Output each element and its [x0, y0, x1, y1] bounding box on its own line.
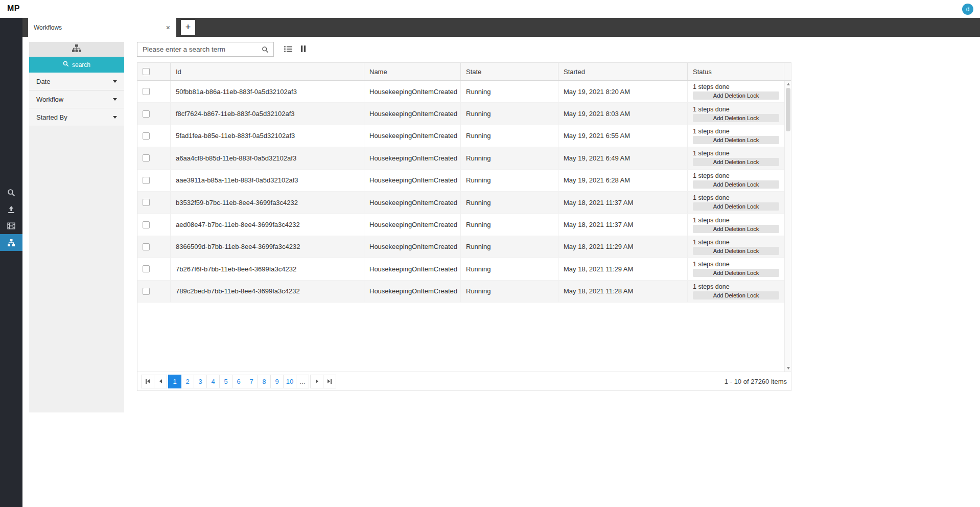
add-deletion-lock-button[interactable]: Add Deletion Lock [693, 291, 779, 299]
row-id: 8366509d-b7bb-11eb-8ee4-3699fa3c4232 [171, 236, 364, 258]
table-row[interactable]: 50fbb81a-b86a-11eb-883f-0a5d32102af3 Hou… [137, 81, 784, 103]
row-name: HousekeepingOnItemCreated [364, 192, 461, 213]
row-status-text: 1 steps done [693, 150, 779, 157]
pager-page-5[interactable]: 5 [219, 375, 232, 388]
add-deletion-lock-button[interactable]: Add Deletion Lock [693, 225, 779, 233]
table-row[interactable]: 5fad1fea-b85e-11eb-883f-0a5d32102af3 Hou… [137, 125, 784, 147]
filter-section-workflow[interactable]: Workflow [29, 90, 124, 108]
table-row[interactable]: 8366509d-b7bb-11eb-8ee4-3699fa3c4232 Hou… [137, 236, 784, 258]
add-deletion-lock-button[interactable]: Add Deletion Lock [693, 202, 779, 211]
table-row[interactable]: 789c2bed-b7bb-11eb-8ee4-3699fa3c4232 Hou… [137, 281, 784, 303]
row-status-cell: 1 steps done Add Deletion Lock [688, 81, 784, 102]
prev-page-icon [159, 379, 162, 383]
pager-page-10[interactable]: 10 [283, 375, 296, 388]
scroll-up-icon[interactable] [785, 81, 791, 87]
row-state: Running [461, 147, 558, 169]
add-deletion-lock-button[interactable]: Add Deletion Lock [693, 180, 779, 189]
select-all-checkbox[interactable] [143, 68, 150, 75]
row-checkbox[interactable] [143, 288, 150, 295]
row-checkbox[interactable] [143, 177, 150, 184]
close-icon[interactable]: × [160, 24, 176, 32]
row-state: Running [461, 192, 558, 213]
user-avatar[interactable]: d [962, 4, 973, 15]
pager-page-4[interactable]: 4 [206, 375, 220, 388]
row-checkbox[interactable] [143, 265, 150, 272]
pager-prev-button[interactable] [154, 375, 167, 388]
pager-next-button[interactable] [310, 375, 323, 388]
pager-page-6[interactable]: 6 [232, 375, 245, 388]
filter-section-label: Workflow [36, 96, 63, 103]
top-bar: MP d [0, 0, 980, 18]
column-header-status[interactable]: Status [688, 63, 784, 80]
pager-last-button[interactable] [323, 375, 336, 388]
row-checkbox[interactable] [143, 88, 150, 95]
select-all-cell [137, 63, 171, 80]
film-icon[interactable] [0, 217, 22, 234]
add-deletion-lock-button[interactable]: Add Deletion Lock [693, 247, 779, 255]
row-id: 50fbb81a-b86a-11eb-883f-0a5d32102af3 [171, 81, 364, 102]
row-checkbox[interactable] [143, 243, 150, 250]
column-header-state[interactable]: State [461, 63, 558, 80]
row-state: Running [461, 81, 558, 102]
pager-page-8[interactable]: 8 [258, 375, 271, 388]
next-page-icon [316, 379, 318, 383]
new-tab-button[interactable]: + [181, 20, 195, 35]
tree-view-button[interactable] [29, 42, 124, 57]
pager-page-7[interactable]: 7 [245, 375, 258, 388]
add-deletion-lock-button[interactable]: Add Deletion Lock [693, 269, 779, 277]
row-checkbox[interactable] [143, 132, 150, 140]
scroll-down-icon[interactable] [785, 365, 791, 372]
tab-label: Workflows [28, 24, 160, 31]
vertical-scrollbar[interactable] [784, 81, 791, 372]
tab-workflows[interactable]: Workflows × [28, 18, 176, 37]
add-deletion-lock-button[interactable]: Add Deletion Lock [693, 91, 779, 100]
row-checkbox-cell [137, 103, 171, 124]
table-row[interactable]: 7b267f6f-b7bb-11eb-8ee4-3699fa3c4232 Hou… [137, 258, 784, 280]
row-started: May 18, 2021 11:37 AM [558, 214, 688, 235]
search-input[interactable] [137, 42, 273, 56]
search-icon[interactable] [262, 46, 269, 55]
row-started: May 19, 2021 8:20 AM [558, 81, 688, 102]
row-name: HousekeepingOnItemCreated [364, 214, 461, 235]
table-row[interactable]: f8cf7624-b867-11eb-883f-0a5d32102af3 Hou… [137, 103, 784, 125]
search-button[interactable]: search [29, 57, 124, 73]
column-header-name[interactable]: Name [364, 63, 461, 80]
pause-button[interactable] [297, 44, 309, 55]
row-id: f8cf7624-b867-11eb-883f-0a5d32102af3 [171, 103, 364, 124]
row-state: Running [461, 236, 558, 258]
column-header-id[interactable]: Id [171, 63, 364, 80]
row-checkbox[interactable] [143, 110, 150, 118]
pager-ellipsis[interactable]: ... [296, 375, 309, 388]
scrollbar-thumb[interactable] [786, 88, 790, 131]
pager-page-1[interactable]: 1 [168, 375, 181, 388]
upload-icon[interactable] [0, 201, 22, 218]
pager-page-2[interactable]: 2 [181, 375, 194, 388]
add-deletion-lock-button[interactable]: Add Deletion Lock [693, 136, 779, 144]
search-icon[interactable] [0, 184, 22, 201]
row-id: aae3911a-b85a-11eb-883f-0a5d32102af3 [171, 170, 364, 191]
table-row[interactable]: b3532f59-b7bc-11eb-8ee4-3699fa3c4232 Hou… [137, 192, 784, 214]
workflow-icon[interactable] [0, 234, 22, 251]
row-checkbox[interactable] [143, 221, 150, 228]
row-name: HousekeepingOnItemCreated [364, 281, 461, 302]
row-started: May 19, 2021 6:49 AM [558, 147, 688, 169]
add-deletion-lock-button[interactable]: Add Deletion Lock [693, 158, 779, 166]
table-row[interactable]: aae3911a-b85a-11eb-883f-0a5d32102af3 Hou… [137, 170, 784, 192]
application-window: MP d Workflows × + [0, 0, 980, 507]
add-deletion-lock-button[interactable]: Add Deletion Lock [693, 114, 779, 122]
row-name: HousekeepingOnItemCreated [364, 258, 461, 280]
list-view-icon [284, 46, 292, 54]
table-row[interactable]: aed08e47-b7bc-11eb-8ee4-3699fa3c4232 Hou… [137, 214, 784, 236]
filter-section-started-by[interactable]: Started By [29, 108, 124, 126]
row-state: Running [461, 125, 558, 147]
pager-page-3[interactable]: 3 [194, 375, 207, 388]
table-row[interactable]: a6aa4cf8-b85d-11eb-883f-0a5d32102af3 Hou… [137, 147, 784, 169]
filter-section-date[interactable]: Date [29, 73, 124, 90]
row-id: aed08e47-b7bc-11eb-8ee4-3699fa3c4232 [171, 214, 364, 235]
column-header-started[interactable]: Started [558, 63, 688, 80]
pager-first-button[interactable] [141, 375, 154, 388]
row-checkbox[interactable] [143, 199, 150, 206]
list-view-button[interactable] [282, 44, 294, 55]
row-checkbox[interactable] [143, 154, 150, 162]
pager-page-9[interactable]: 9 [270, 375, 284, 388]
